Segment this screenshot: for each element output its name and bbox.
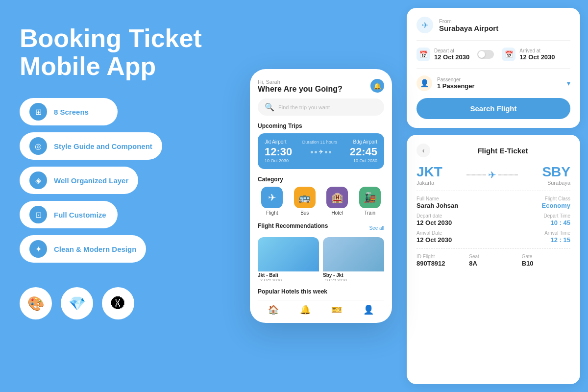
back-button[interactable]: ‹ [416,144,430,157]
depart-time-label: Depart Time [544,213,570,219]
ticket-bottom-row: ID Flight 890T8912 Seat 8A Gate B10 [416,254,570,267]
category-hotel[interactable]: 🏨 Hotel [323,187,352,216]
to-code: SBY [542,164,570,180]
id-flight-group: ID Flight 890T8912 [416,254,465,267]
flight-class-group: Flight Class Economy [497,196,570,209]
passenger-row: 👤 Passenger 1 Passenger ▾ [416,69,570,91]
depart-time-value: 10 : 45 [551,219,570,226]
bottom-nav: 🏠 🔔 🎫 👤 [258,300,384,315]
gate-value: B10 [522,260,570,267]
rec-header: Flight Recommendations See all [258,222,384,233]
to-airport: Bdg Airport [353,139,377,145]
popular-label: Popular Hotels this week [258,288,384,295]
from-icon: ✈ [416,17,433,33]
feature-item-layer[interactable]: ◈ Well Organized Layer [20,167,138,194]
depart-calendar-icon: 📅 [416,48,430,61]
from-date: 10 Oct 2030 [265,158,289,163]
depart-group: 📅 Depart at 12 Oct 2030 [416,48,469,61]
feature-item-customize[interactable]: ⊡ Full Customize [20,201,118,228]
train-label: Train [365,210,375,216]
full-name-group: Full Name Sarah Johsan [416,196,490,209]
date-toggle[interactable] [477,50,494,59]
from-value: Surabaya Airport [439,24,498,32]
to-time: 22:45 [350,146,377,158]
phone-greeting: Hi, Sarah [258,79,384,85]
arrival-time-label: Arrival Time [544,230,570,236]
rec-card-jkt[interactable]: Sby - Jkt 10 Oct 2030 $110 [323,237,384,281]
feature-list: ⊞ 8 Screens ◎ Style Guide and Component … [20,98,220,263]
nav-ticket-icon[interactable]: 🎫 [331,304,342,315]
feature-label-customize: Full Customize [54,211,106,219]
passenger-icon: 👤 [416,75,432,91]
plane-icon: ✈ [488,169,496,181]
feature-label-layer: Well Organized Layer [54,176,128,185]
seat-group: Seat 8A [469,254,517,267]
flight-icon-box: ✈ [261,187,283,208]
flight-class-value: Economy [541,202,570,209]
rec-label: Flight Recommendations [258,222,328,229]
passenger-dropdown-icon[interactable]: ▾ [567,79,570,87]
feature-icon-layer: ◈ [29,172,47,189]
gate-group: Gate B10 [522,254,570,267]
route-row: JKT Jakarta ✈ SBY Surabaya [416,164,570,186]
feature-item-design[interactable]: ✦ Clean & Modern Design [20,235,146,263]
rec-title-bali: Jkt - Bali [258,272,319,278]
id-flight-value: 890T8912 [416,260,465,267]
category-train[interactable]: 🚂 Train [356,187,385,216]
phone-mockup: Hi, Sarah Where Are you Going? 🔔 🔍 Find … [250,69,392,323]
feature-label-screens: 8 Screens [54,108,89,116]
eticket-card: ‹ Flight E-Ticket JKT Jakarta ✈ SBY Sura… [407,135,580,384]
tool-icon-xd[interactable]: 🅧 [102,287,134,319]
passenger-label: Passenger [437,77,475,82]
nav-bell-icon[interactable]: 🔔 [300,304,311,315]
rec-date-jkt: 10 Oct 2030 [323,278,384,281]
see-all-link[interactable]: See all [369,225,384,231]
ticket-divider [416,191,570,191]
nav-profile-icon[interactable]: 👤 [363,304,374,315]
depart-date-group: Depart date 12 Oct 2030 [416,213,490,226]
to-date: 10 Oct 2030 [353,158,377,163]
phone-main-title: Where Are you Going? [258,85,384,94]
from-label: From [439,18,498,24]
nav-home-icon[interactable]: 🏠 [268,304,279,315]
upcoming-label: Upcoming Trips [258,122,384,129]
depart-date: 12 Oct 2030 [434,53,469,61]
flight-label: Flight [266,210,278,216]
arrive-calendar-icon: 📅 [502,48,515,61]
rec-cards: Jkt - Bali 12 Oct 2030 $200.00 $120.00 S… [258,237,384,281]
full-name-value: Sarah Johsan [416,202,490,209]
search-icon: 🔍 [265,102,274,112]
eticket-header: ‹ Flight E-Ticket [416,144,570,157]
dates-row: 📅 Depart at 12 Oct 2030 📅 Arrived at 12 … [416,41,570,69]
trip-card[interactable]: Jkt Airport Duration 11 hours Bdg Airpor… [258,133,384,169]
feature-icon-screens: ⊞ [29,103,47,121]
ticket-details: Full Name Sarah Johsan Flight Class Econ… [416,196,570,244]
category-bus[interactable]: 🚌 Bus [291,187,319,216]
feature-label-design: Clean & Modern Design [54,245,136,253]
trip-plane-icon: ✈ [318,148,323,155]
tool-icon-sketch[interactable]: 💎 [61,287,93,319]
search-flight-button[interactable]: Search Flight [416,98,570,119]
depart-date-value: 12 Oct 2030 [416,219,490,226]
from-airport: Jkt Airport [265,139,286,145]
feature-item-style[interactable]: ◎ Style Guide and Component [20,132,162,160]
depart-time-group: Depart Time 10 : 45 [497,213,570,226]
seat-label: Seat [469,254,517,259]
category-flight[interactable]: ✈ Flight [258,187,287,216]
depart-date-label: Depart date [416,213,490,219]
from-row: ✈ From Surabaya Airport [416,17,570,41]
bus-label: Bus [300,210,309,216]
seat-value: 8A [469,260,517,267]
arrival-time-value: 12 : 15 [551,236,570,244]
depart-label: Depart at [434,48,469,53]
tool-icon-figma[interactable]: 🎨 [20,287,52,319]
notification-bell[interactable]: 🔔 [370,79,384,93]
arrival-time-group: Arrival Time 12 : 15 [497,230,570,244]
feature-item-screens[interactable]: ⊞ 8 Screens [20,98,118,125]
hotel-icon-box: 🏨 [326,187,348,208]
search-flight-card: ✈ From Surabaya Airport 📅 Depart at 12 O… [407,8,580,128]
search-bar[interactable]: 🔍 Find the trip you want [258,98,384,116]
ticket-divider-2 [416,248,570,249]
rec-card-bali[interactable]: Jkt - Bali 12 Oct 2030 $200.00 $120.00 [258,237,319,281]
from-time: 12:30 [265,146,292,158]
